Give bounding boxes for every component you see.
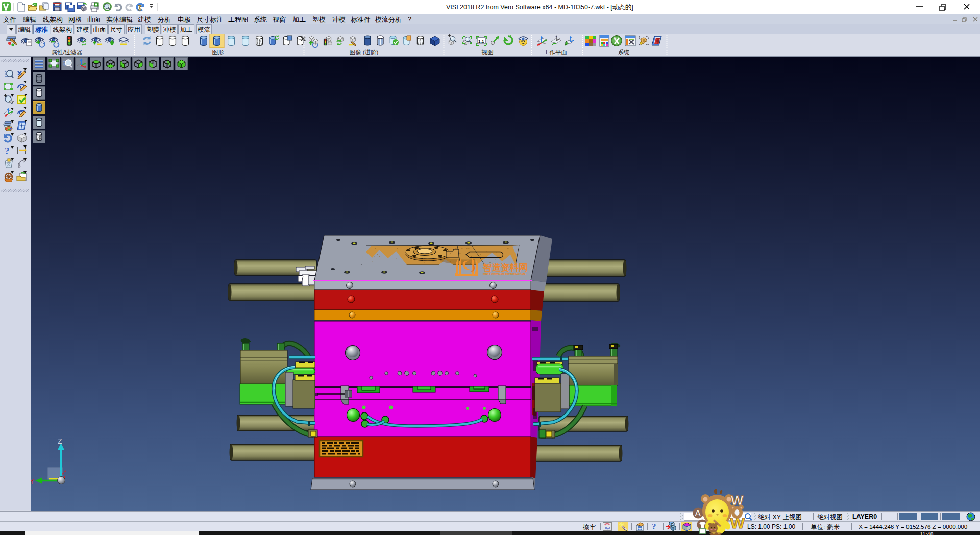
svg-text:W: W [730, 515, 745, 531]
svg-text:Y: Y [31, 477, 35, 485]
svg-text:1:1: 1:1 [478, 39, 484, 44]
svg-text:Z: Z [58, 437, 62, 445]
svg-text:INTELLIGENT MANUFACTURING DATA: INTELLIGENT MANUFACTURING DATA [483, 273, 526, 276]
svg-text:?: ? [5, 145, 10, 156]
svg-text:A: A [695, 508, 701, 518]
svg-text:智造资料网: 智造资料网 [482, 262, 528, 273]
